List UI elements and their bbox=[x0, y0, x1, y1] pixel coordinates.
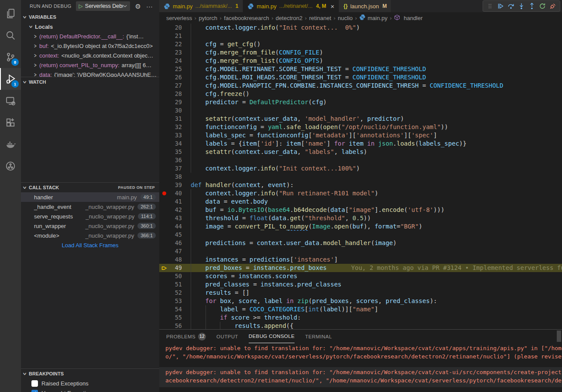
code-line[interactable]: 25cfg.MODEL.RETINANET.SCORE_THRESH_TEST … bbox=[159, 65, 562, 73]
gutter-breakpoint-area[interactable] bbox=[159, 173, 169, 181]
gutter-breakpoint-area[interactable] bbox=[159, 106, 169, 115]
gutter-breakpoint-area[interactable] bbox=[159, 189, 169, 198]
breadcrumb-item-nuclio[interactable]: nuclio bbox=[338, 15, 353, 21]
code-line[interactable]: 22cfg = get_cfg() bbox=[159, 40, 562, 48]
variable-row[interactable]: >context:<nuclio_sdk.context.Context obj… bbox=[21, 51, 159, 60]
code-line[interactable]: 20context.logger.info("Init context... 0… bbox=[159, 24, 562, 32]
gutter-breakpoint-area[interactable] bbox=[159, 305, 169, 314]
code-line[interactable]: 39def handler(context, event): bbox=[159, 181, 562, 189]
gutter-breakpoint-area[interactable] bbox=[159, 206, 169, 214]
more-actions-icon[interactable]: ··· bbox=[146, 3, 153, 10]
code-line[interactable]: 26cfg.MODEL.ROI_HEADS.SCORE_THRESH_TEST … bbox=[159, 73, 562, 82]
gutter-breakpoint-area[interactable] bbox=[159, 90, 169, 98]
code-line[interactable]: 56results.append({ bbox=[159, 322, 562, 329]
gutter-breakpoint-area[interactable] bbox=[159, 322, 169, 329]
toolbar-drag-handle[interactable] bbox=[485, 1, 495, 11]
stack-frame-row[interactable]: <module>_nuclio_wrapper.py366:1 bbox=[21, 231, 159, 240]
gutter-breakpoint-area[interactable] bbox=[159, 231, 169, 239]
gutter-breakpoint-area[interactable] bbox=[159, 131, 169, 140]
activity-remote-explorer[interactable] bbox=[0, 90, 21, 112]
stack-frame-row[interactable]: _handle_event_nuclio_wrapper.py262:1 bbox=[21, 202, 159, 211]
code-line[interactable]: 54label = COCO_CATEGORIES[int(label)]["n… bbox=[159, 305, 562, 314]
code-line[interactable]: 32functionconfig = yaml.safe_load(open("… bbox=[159, 123, 562, 131]
load-all-stack-frames-link[interactable]: Load All Stack Frames bbox=[21, 242, 159, 249]
code-line[interactable]: 30 bbox=[159, 106, 562, 115]
code-line[interactable]: 48instances = predictions['instances'] bbox=[159, 256, 562, 264]
gutter-breakpoint-area[interactable] bbox=[159, 32, 169, 40]
code-line[interactable]: 29predictor = DefaultPredictor(cfg) bbox=[159, 98, 562, 106]
code-line[interactable]: 52results = [] bbox=[159, 289, 562, 297]
continue-button[interactable] bbox=[495, 1, 506, 11]
gutter-breakpoint-area[interactable] bbox=[159, 272, 169, 280]
panel-tab-debug-console[interactable]: DEBUG CONSOLE bbox=[249, 330, 295, 343]
code-line[interactable]: 34labels = {item['id']: item['name'] for… bbox=[159, 140, 562, 148]
gutter-breakpoint-area[interactable] bbox=[159, 24, 169, 32]
gutter-breakpoint-area[interactable] bbox=[159, 40, 169, 48]
call-stack-header[interactable]: > CALL STACK PAUSED ON STEP bbox=[21, 183, 159, 192]
code-line[interactable]: 38 bbox=[159, 173, 562, 181]
step-into-button[interactable] bbox=[516, 1, 527, 11]
gutter-breakpoint-area[interactable] bbox=[159, 314, 169, 322]
gutter-breakpoint-area[interactable] bbox=[159, 222, 169, 231]
code-line[interactable]: 47 bbox=[159, 247, 562, 256]
gutter-breakpoint-area[interactable] bbox=[159, 198, 169, 206]
breadcrumb-item-facebookresearch[interactable]: facebookresearch bbox=[224, 15, 269, 21]
gutter-breakpoint-area[interactable] bbox=[159, 115, 169, 123]
gutter-breakpoint-area[interactable] bbox=[159, 140, 169, 148]
variable-row[interactable]: >(return) DefaultPredictor.__call__:{'in… bbox=[21, 31, 159, 41]
code-line[interactable]: 27cfg.MODEL.PANOPTIC_FPN.COMBINE.INSTANC… bbox=[159, 82, 562, 90]
close-icon[interactable]: × bbox=[331, 3, 335, 10]
code-line[interactable]: 43threshold = float(data.get("threshold"… bbox=[159, 214, 562, 222]
breadcrumb-item-retinanet[interactable]: retinanet bbox=[309, 15, 331, 21]
checkbox[interactable]: ✓ bbox=[31, 390, 38, 392]
stack-frame-row[interactable]: run_wrapper_nuclio_wrapper.py360:1 bbox=[21, 221, 159, 231]
code-line[interactable]: 21 bbox=[159, 32, 562, 40]
code-line[interactable]: 24cfg.merge_from_list(CONFIG_OPTS) bbox=[159, 57, 562, 65]
activity-graph-tool[interactable] bbox=[0, 155, 21, 177]
gear-icon[interactable]: ⚙ bbox=[135, 3, 141, 10]
stack-frame-row[interactable]: handlermain.py49:1 bbox=[21, 192, 159, 202]
breadcrumb-item-handler[interactable]: handler bbox=[394, 14, 422, 22]
gutter-breakpoint-area[interactable] bbox=[159, 65, 169, 73]
gutter-breakpoint-area[interactable] bbox=[159, 148, 169, 156]
launch-config-dropdown[interactable]: ▷ Serverless Debu bbox=[76, 1, 130, 11]
checkbox[interactable] bbox=[31, 380, 38, 387]
code-line[interactable]: 36 bbox=[159, 156, 562, 164]
code-line[interactable]: 23cfg.merge_from_file(CONFIG_FILE) bbox=[159, 48, 562, 57]
gutter-breakpoint-area[interactable] bbox=[159, 98, 169, 106]
code-line[interactable]: 31setattr(context.user_data, 'model_hand… bbox=[159, 115, 562, 123]
activity-search[interactable] bbox=[0, 24, 21, 46]
code-line[interactable]: 37context.logger.info("Init context...10… bbox=[159, 164, 562, 173]
gutter-breakpoint-area[interactable] bbox=[159, 214, 169, 222]
gutter-breakpoint-area[interactable] bbox=[159, 123, 169, 131]
breakpoint-row[interactable]: Raised Exceptions bbox=[21, 378, 159, 388]
code-line[interactable]: 51pred_classes = instances.pred_classes bbox=[159, 280, 562, 289]
gutter-breakpoint-area[interactable] bbox=[159, 181, 169, 189]
breadcrumb-item-mainpy[interactable]: main.py bbox=[359, 14, 387, 22]
code-line[interactable]: 40context.logger.info("Run retinanet-R10… bbox=[159, 189, 562, 198]
gutter-breakpoint-area[interactable] bbox=[159, 48, 169, 57]
panel-tab-terminal[interactable]: TERMINAL bbox=[305, 330, 332, 343]
variables-header[interactable]: > VARIABLES bbox=[21, 12, 159, 22]
gutter-breakpoint-area[interactable] bbox=[159, 57, 169, 65]
panel-scrollbar[interactable] bbox=[557, 331, 561, 342]
gutter-breakpoint-area[interactable] bbox=[159, 164, 169, 173]
step-out-button[interactable] bbox=[527, 1, 537, 11]
code-editor[interactable]: 20context.logger.info("Init context... 0… bbox=[159, 24, 562, 329]
restart-button[interactable] bbox=[537, 1, 548, 11]
panel-tab-problems[interactable]: PROBLEMS12 bbox=[166, 330, 206, 343]
code-line[interactable]: 53for box, score, label in zip(pred_boxe… bbox=[159, 297, 562, 305]
disconnect-button[interactable] bbox=[548, 1, 558, 11]
tab-launch-json-2[interactable]: {}launch.jsonM bbox=[339, 0, 391, 12]
tab-main-py-1[interactable]: main.py.../retinanet/...4, M× bbox=[243, 0, 339, 12]
code-line[interactable]: 46predictions = context.user_data.model_… bbox=[159, 239, 562, 247]
gutter-breakpoint-area[interactable] bbox=[159, 156, 169, 164]
activity-source-control[interactable]: 8 bbox=[0, 46, 21, 68]
code-line[interactable]: 42buf = io.BytesIO(base64.b64decode(data… bbox=[159, 206, 562, 214]
code-line[interactable]: 55if score >= threshold: bbox=[159, 314, 562, 322]
activity-run-debug[interactable]: 1 bbox=[0, 68, 21, 90]
step-over-button[interactable] bbox=[506, 1, 516, 11]
code-line[interactable]: 35setattr(context.user_data, "labels", l… bbox=[159, 148, 562, 156]
code-line[interactable]: 45 bbox=[159, 231, 562, 239]
variables-scope[interactable]: > Locals bbox=[21, 22, 159, 31]
